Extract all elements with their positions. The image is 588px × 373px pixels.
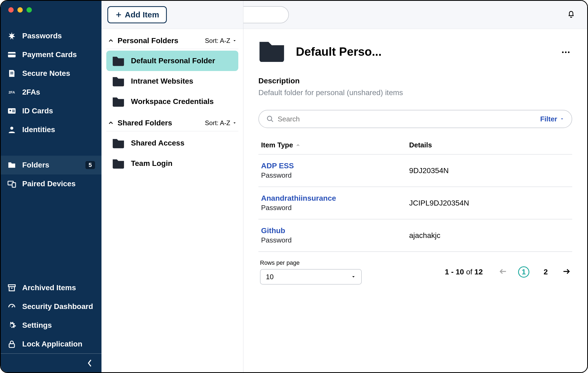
nav-payment-cards[interactable]: Payment Cards	[1, 45, 101, 64]
cell-item: Anandrathiinsurance Password	[261, 194, 409, 212]
folder-search[interactable]: Filter	[258, 110, 572, 128]
description-label: Description	[258, 77, 572, 85]
sort-button[interactable]: Sort: A-Z	[205, 119, 237, 127]
folders-section-personal-header[interactable]: Personal Folders Sort: A-Z	[106, 32, 238, 49]
filter-label: Filter	[540, 115, 557, 123]
nav-identities[interactable]: Identities	[1, 120, 101, 139]
nav-archived-items[interactable]: Archived Items	[1, 278, 101, 297]
minimize-window-button[interactable]	[17, 7, 23, 13]
rows-per-page: Rows per page 10	[260, 259, 362, 285]
filter-button[interactable]: Filter	[540, 115, 564, 123]
sort-label: Sort: A-Z	[205, 37, 230, 44]
caret-down-icon	[560, 117, 564, 121]
item-type: Password	[261, 171, 409, 180]
more-actions-button[interactable]	[559, 47, 572, 57]
prev-page-button[interactable]	[499, 267, 507, 277]
sort-button[interactable]: Sort: A-Z	[205, 37, 237, 44]
description-text: Default folder for personal (unshared) i…	[258, 88, 572, 97]
folder-search-input[interactable]	[278, 115, 536, 123]
page-1-button[interactable]: 1	[518, 266, 529, 278]
nav-folders[interactable]: Folders 5	[1, 156, 101, 174]
page-range: 1 - 10	[445, 268, 464, 276]
identity-icon	[7, 125, 16, 134]
svg-rect-7	[12, 111, 15, 112]
svg-rect-1	[8, 54, 16, 55]
chevron-up-icon	[108, 38, 114, 44]
folder-item-team-login[interactable]: Team Login	[106, 153, 238, 174]
column-label: Details	[409, 141, 432, 149]
nav-lock-application[interactable]: Lock Application	[1, 335, 101, 353]
svg-point-8	[10, 127, 13, 130]
note-icon	[7, 69, 16, 78]
next-page-button[interactable]	[562, 267, 571, 277]
column-item-type[interactable]: Item Type	[261, 141, 409, 149]
lock-icon	[7, 340, 16, 349]
folder-item-shared-access[interactable]: Shared Access	[106, 133, 238, 153]
nav-label: Security Dashboard	[22, 302, 93, 311]
add-item-button[interactable]: Add Item	[107, 6, 167, 23]
search-icon	[266, 115, 274, 123]
nav-label: Payment Cards	[22, 50, 77, 59]
add-item-label: Add Item	[125, 10, 159, 19]
rows-per-page-select[interactable]: 10	[260, 269, 362, 285]
item-type: Password	[261, 204, 409, 212]
nav-id-cards[interactable]: ID Cards	[1, 102, 101, 120]
folder-icon	[258, 40, 285, 64]
page-2-button[interactable]: 2	[540, 266, 551, 278]
search-items-input[interactable]	[243, 11, 282, 19]
folders-section-shared-header[interactable]: Shared Folders Sort: A-Z	[106, 114, 238, 131]
item-name[interactable]: Anandrathiinsurance	[261, 194, 409, 203]
svg-rect-11	[8, 285, 15, 287]
chevron-left-icon	[87, 359, 92, 367]
more-horizontal-icon	[561, 51, 570, 54]
search-items[interactable]	[243, 6, 289, 23]
nav-passwords[interactable]: Passwords	[1, 27, 101, 45]
table-row[interactable]: Github Password ajachakjc	[258, 219, 572, 252]
folder-item-workspace-credentials[interactable]: Workspace Credentials	[106, 91, 238, 112]
of-word: of	[466, 268, 472, 276]
folder-label: Workspace Credentials	[131, 97, 214, 106]
nav-secure-notes[interactable]: Secure Notes	[1, 64, 101, 83]
table-header: Item Type Details	[258, 136, 572, 155]
svg-rect-6	[12, 110, 15, 111]
table-row[interactable]: Anandrathiinsurance Password JCIPL9DJ203…	[258, 187, 572, 219]
close-window-button[interactable]	[8, 7, 14, 13]
caret-down-icon	[232, 39, 237, 43]
nav-label: Settings	[22, 321, 52, 330]
item-name[interactable]: Github	[261, 226, 409, 235]
nav-2fa[interactable]: 2FA 2FAs	[1, 83, 101, 102]
folders-column: Add Item Personal Folders Sort: A-Z Defa…	[101, 1, 243, 372]
nav-label: Archived Items	[22, 284, 76, 292]
cell-details: JCIPL9DJ20354N	[409, 199, 570, 207]
table-row[interactable]: ADP ESS Password 9DJ20354N	[258, 155, 572, 187]
cell-item: Github Password	[261, 226, 409, 244]
nav-primary: Passwords Payment Cards Secure Notes 2FA…	[1, 17, 101, 139]
caret-down-icon	[232, 121, 237, 125]
column-details[interactable]: Details	[409, 141, 570, 149]
folder-title: Default Perso...	[296, 45, 549, 58]
folder-item-default-personal[interactable]: Default Personal Folder	[106, 51, 238, 71]
nav-label: Identities	[22, 125, 55, 134]
item-name[interactable]: ADP ESS	[261, 162, 409, 170]
folder-label: Shared Access	[131, 139, 184, 147]
folders-body: Personal Folders Sort: A-Z Default Perso…	[101, 29, 243, 177]
dashboard-icon	[7, 302, 16, 311]
detail-body: Default Perso... Description Default fol…	[243, 29, 587, 372]
detail-header: Default Perso...	[258, 40, 572, 64]
sidebar-collapse-button[interactable]	[1, 353, 101, 372]
sort-label: Sort: A-Z	[205, 119, 230, 127]
folder-label: Default Personal Folder	[131, 57, 215, 65]
nav-security-dashboard[interactable]: Security Dashboard	[1, 297, 101, 316]
notifications-button[interactable]	[567, 10, 575, 20]
nav-label: Paired Devices	[22, 180, 76, 188]
maximize-window-button[interactable]	[27, 7, 32, 13]
svg-point-17	[267, 116, 272, 121]
rows-per-page-value: 10	[266, 273, 274, 281]
nav-paired-devices[interactable]: Paired Devices	[1, 174, 101, 193]
nav-settings[interactable]: Settings	[1, 316, 101, 335]
cell-details: ajachakjc	[409, 231, 570, 240]
bell-icon	[567, 10, 575, 18]
gear-icon	[7, 321, 16, 330]
item-type: Password	[261, 236, 409, 244]
folder-item-intranet-websites[interactable]: Intranet Websites	[106, 71, 238, 91]
